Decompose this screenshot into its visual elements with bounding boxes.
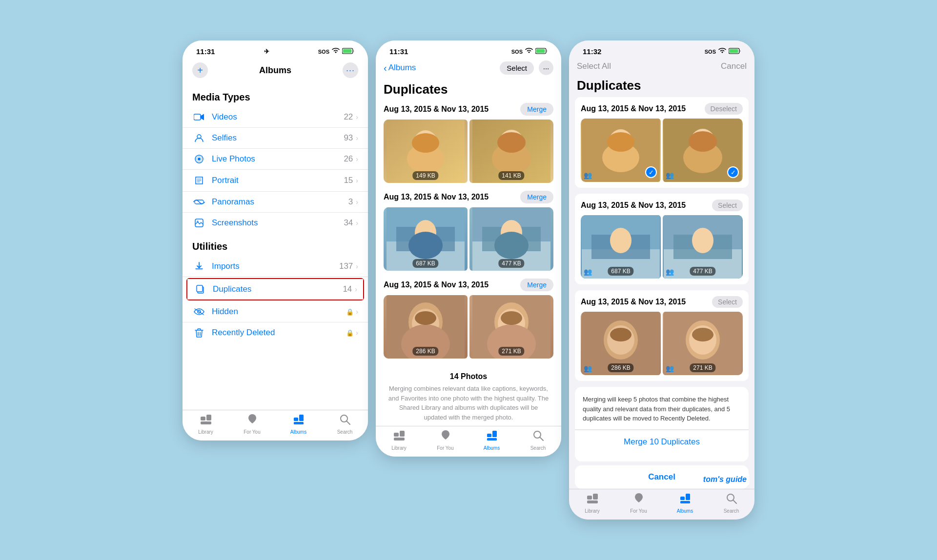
svg-point-74 bbox=[610, 228, 631, 253]
dup-card-header-3: Aug 13, 2015 & Nov 13, 2015 Select bbox=[581, 296, 743, 308]
photo-thumb-3b[interactable]: 271 KB bbox=[469, 295, 553, 359]
tab-bar-2: Library For You Albums Search bbox=[376, 426, 561, 457]
imports-item[interactable]: Imports 137 › bbox=[183, 256, 368, 277]
svg-rect-20 bbox=[294, 422, 304, 424]
cancel-button-3[interactable]: Cancel bbox=[721, 61, 747, 71]
panoramas-item[interactable]: Panoramas 3 › bbox=[183, 192, 368, 213]
videos-item[interactable]: Videos 22 › bbox=[183, 107, 368, 128]
tab-albums-2[interactable]: Albums bbox=[468, 430, 515, 451]
portrait-chevron: › bbox=[356, 177, 358, 184]
recently-deleted-item[interactable]: Recently Deleted 🔒 › bbox=[183, 322, 368, 343]
photo-size-2a: 687 KB bbox=[412, 259, 438, 268]
hidden-item[interactable]: Hidden 🔒 › bbox=[183, 301, 368, 322]
merge-duplicates-button[interactable]: Merge 10 Duplicates bbox=[575, 430, 749, 454]
back-button-2[interactable]: ‹ Albums bbox=[384, 62, 416, 74]
select-button-grp3[interactable]: Select bbox=[712, 296, 743, 308]
tab-foryou-3[interactable]: For You bbox=[615, 493, 662, 514]
selfies-item[interactable]: Selfies 93 › bbox=[183, 128, 368, 149]
status-icons-3: SOS bbox=[705, 48, 741, 56]
tab-search-3[interactable]: Search bbox=[708, 493, 754, 514]
sos-label-2: SOS bbox=[511, 49, 523, 55]
library-tab-icon bbox=[200, 414, 212, 428]
svg-point-28 bbox=[412, 133, 439, 153]
screenshots-item[interactable]: Screenshots 34 › bbox=[183, 213, 368, 233]
portrait-item[interactable]: Portrait 15 › bbox=[183, 170, 368, 192]
photo-sel-2a[interactable]: 👥 687 KB bbox=[581, 215, 661, 279]
live-photos-label: Live Photos bbox=[212, 154, 344, 164]
videos-chevron: › bbox=[356, 113, 358, 121]
merge-button-1[interactable]: Merge bbox=[520, 103, 553, 116]
tab-albums-1[interactable]: Albums bbox=[275, 414, 322, 435]
tab-library-3[interactable]: Library bbox=[569, 493, 615, 514]
imports-icon bbox=[192, 261, 206, 271]
dup-header-1: Aug 13, 2015 & Nov 13, 2015 Merge bbox=[384, 103, 553, 116]
hidden-lock-icon: 🔒 bbox=[346, 308, 354, 316]
live-photos-count: 26 bbox=[344, 154, 353, 164]
photo-thumb-2b[interactable]: 477 KB bbox=[469, 207, 553, 271]
people-icon-1a: 👥 bbox=[584, 171, 592, 179]
tab-search-2[interactable]: Search bbox=[515, 430, 561, 451]
duplicates-page-title-2: Duplicates bbox=[376, 80, 561, 103]
photo-sel-3a[interactable]: 👥 286 KB bbox=[581, 312, 661, 375]
photo-sel-1b[interactable]: 👥 ✓ bbox=[663, 119, 743, 182]
svg-rect-1 bbox=[343, 49, 351, 53]
search-tab-icon-3 bbox=[726, 493, 737, 507]
svg-rect-55 bbox=[394, 438, 405, 440]
status-time-3: 11:32 bbox=[583, 47, 601, 56]
deselect-button-1[interactable]: Deselect bbox=[705, 103, 743, 115]
more-button-2[interactable]: ··· bbox=[539, 60, 553, 75]
svg-rect-10 bbox=[196, 269, 203, 270]
media-types-header: Media Types bbox=[183, 84, 368, 107]
svg-rect-87 bbox=[587, 496, 592, 500]
tab-library-1[interactable]: Library bbox=[183, 414, 229, 435]
duplicates-page-title-3: Duplicates bbox=[569, 76, 754, 97]
select-button-grp2[interactable]: Select bbox=[712, 200, 743, 211]
merge-button-2[interactable]: Merge bbox=[520, 191, 553, 203]
albums-tab-icon-2 bbox=[487, 430, 497, 444]
tab-library-2[interactable]: Library bbox=[376, 430, 422, 451]
foryou-tab-icon-1 bbox=[247, 414, 258, 428]
svg-rect-89 bbox=[587, 500, 598, 503]
more-button-1[interactable]: ··· bbox=[343, 62, 358, 78]
tab-foryou-1[interactable]: For You bbox=[229, 414, 275, 435]
merge-button-3[interactable]: Merge bbox=[520, 279, 553, 291]
photo-size-1b: 141 KB bbox=[498, 171, 524, 180]
tab-search-1[interactable]: Search bbox=[322, 414, 368, 435]
tab-foryou-2[interactable]: For You bbox=[422, 430, 468, 451]
photo-sel-1a[interactable]: 👥 ✓ bbox=[581, 119, 661, 182]
svg-rect-53 bbox=[394, 433, 399, 437]
recently-deleted-label: Recently Deleted bbox=[212, 328, 346, 338]
photo-thumb-1b[interactable]: 141 KB bbox=[469, 120, 553, 183]
duplicates-item[interactable]: Duplicates 14 › bbox=[187, 279, 363, 300]
svg-line-60 bbox=[540, 437, 543, 440]
svg-point-47 bbox=[415, 311, 436, 325]
screen3-scroll[interactable]: Aug 13, 2015 & Nov 13, 2015 Deselect 👥 ✓ bbox=[569, 97, 754, 489]
duplicates-scroll-2[interactable]: Aug 13, 2015 & Nov 13, 2015 Merge 149 KB bbox=[376, 103, 561, 426]
sos-label-3: SOS bbox=[705, 49, 716, 55]
select-all-button[interactable]: Select All bbox=[577, 61, 611, 71]
photo-sel-2b[interactable]: 👥 477 KB bbox=[663, 215, 743, 279]
status-time-2: 11:31 bbox=[389, 47, 408, 56]
photo-thumb-3a[interactable]: 286 KB bbox=[384, 295, 468, 359]
dup-group-2: Aug 13, 2015 & Nov 13, 2015 Merge 687 KB bbox=[384, 191, 553, 271]
selfies-chevron: › bbox=[356, 134, 358, 142]
svg-rect-19 bbox=[299, 415, 304, 421]
portrait-count: 15 bbox=[344, 176, 353, 185]
add-button[interactable]: + bbox=[192, 62, 208, 78]
photo-thumb-1a[interactable]: 149 KB bbox=[384, 120, 468, 183]
duplicates-count: 14 bbox=[343, 284, 352, 294]
dup-card-header-2: Aug 13, 2015 & Nov 13, 2015 Select bbox=[581, 200, 743, 211]
albums-tab-icon-1 bbox=[293, 414, 304, 428]
svg-point-78 bbox=[692, 228, 713, 253]
duplicates-label: Duplicates bbox=[213, 284, 343, 294]
albums-tab-icon-3 bbox=[680, 493, 691, 507]
albums-title: Albums bbox=[259, 65, 291, 76]
live-photos-item[interactable]: Live Photos 26 › bbox=[183, 149, 368, 170]
photo-thumb-2a[interactable]: 687 KB bbox=[384, 207, 468, 271]
photo-sel-3b[interactable]: 👥 271 KB bbox=[663, 312, 743, 375]
screenshot-container: 11:31 ✈ SOS + Albums ··· M bbox=[173, 31, 764, 529]
videos-count: 22 bbox=[344, 112, 353, 122]
svg-line-94 bbox=[733, 500, 736, 503]
select-button-2[interactable]: Select bbox=[500, 61, 534, 75]
tab-albums-3[interactable]: Albums bbox=[662, 493, 708, 514]
